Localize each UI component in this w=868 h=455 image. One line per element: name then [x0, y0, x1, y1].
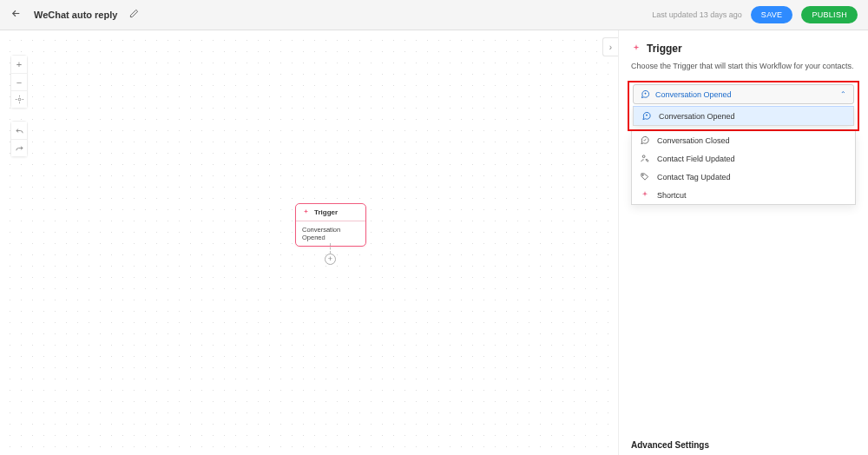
workflow-canvas[interactable]: + − › Trigger Conversation Opened +	[0, 30, 618, 455]
option-label: Conversation Opened	[659, 112, 735, 121]
header-left: WeChat auto reply	[10, 8, 139, 22]
spark-icon	[302, 208, 310, 216]
tutorial-highlight: Conversation Opened ⌃ Conversation Opene…	[628, 81, 859, 131]
header-bar: WeChat auto reply Last updated 13 days a…	[0, 0, 868, 30]
option-shortcut[interactable]: Shortcut	[632, 186, 855, 204]
add-step-button[interactable]: +	[325, 254, 336, 265]
option-conversation-closed[interactable]: Conversation Closed	[632, 131, 855, 149]
undo-button[interactable]	[11, 122, 27, 139]
chat-check-icon	[640, 135, 650, 145]
workflow-title: WeChat auto reply	[34, 10, 117, 20]
node-connector	[330, 243, 332, 254]
panel-title-text: Trigger	[647, 43, 682, 55]
collapse-panel-button[interactable]: ›	[602, 37, 618, 56]
svg-point-2	[642, 175, 643, 175]
publish-button[interactable]: PUBLISH	[801, 6, 858, 23]
chat-open-icon	[641, 89, 650, 99]
option-label: Contact Tag Updated	[657, 173, 730, 181]
edit-icon[interactable]	[129, 9, 139, 21]
trigger-node-header: Trigger	[296, 204, 365, 221]
svg-point-1	[642, 155, 645, 158]
option-contact-field-updated[interactable]: Contact Field Updated	[632, 149, 855, 168]
trigger-node-title: Trigger	[314, 208, 338, 216]
trigger-dropdown-rest: Conversation Closed Contact Field Update…	[631, 131, 856, 205]
trigger-select[interactable]: Conversation Opened ⌃	[633, 84, 854, 104]
redo-button[interactable]	[11, 139, 27, 156]
svg-point-0	[18, 98, 21, 101]
zoom-out-button[interactable]: −	[11, 73, 27, 90]
history-toolbar	[10, 121, 28, 157]
spark-icon	[631, 43, 641, 54]
panel-title: Trigger	[631, 43, 856, 55]
chat-open-icon	[641, 111, 652, 121]
panel-description: Choose the Trigger that will start this …	[631, 62, 856, 70]
trigger-node-subtitle: Conversation Opened	[296, 221, 365, 246]
main-area: + − › Trigger Conversation Opened +	[0, 30, 868, 455]
option-contact-tag-updated[interactable]: Contact Tag Updated	[632, 168, 855, 186]
advanced-settings-link[interactable]: Advanced Settings	[631, 440, 709, 450]
trigger-panel: Trigger Choose the Trigger that will sta…	[618, 30, 868, 455]
tag-icon	[640, 172, 650, 181]
trigger-select-value: Conversation Opened	[655, 90, 732, 99]
option-label: Conversation Closed	[657, 136, 730, 145]
back-arrow-icon[interactable]	[10, 8, 22, 22]
fit-view-button[interactable]	[11, 90, 27, 108]
user-edit-icon	[640, 154, 650, 163]
chevron-up-icon: ⌃	[840, 90, 846, 98]
option-label: Contact Field Updated	[657, 155, 735, 163]
spark-icon	[640, 190, 650, 200]
trigger-dropdown: Conversation Opened	[633, 106, 854, 126]
option-conversation-opened[interactable]: Conversation Opened	[634, 107, 853, 125]
zoom-toolbar: + −	[10, 55, 28, 109]
option-label: Shortcut	[657, 191, 687, 200]
trigger-node[interactable]: Trigger Conversation Opened	[295, 203, 366, 247]
header-right: Last updated 13 days ago SAVE PUBLISH	[652, 6, 858, 23]
save-button[interactable]: SAVE	[751, 6, 793, 23]
zoom-in-button[interactable]: +	[11, 56, 27, 73]
last-updated-text: Last updated 13 days ago	[652, 10, 742, 19]
